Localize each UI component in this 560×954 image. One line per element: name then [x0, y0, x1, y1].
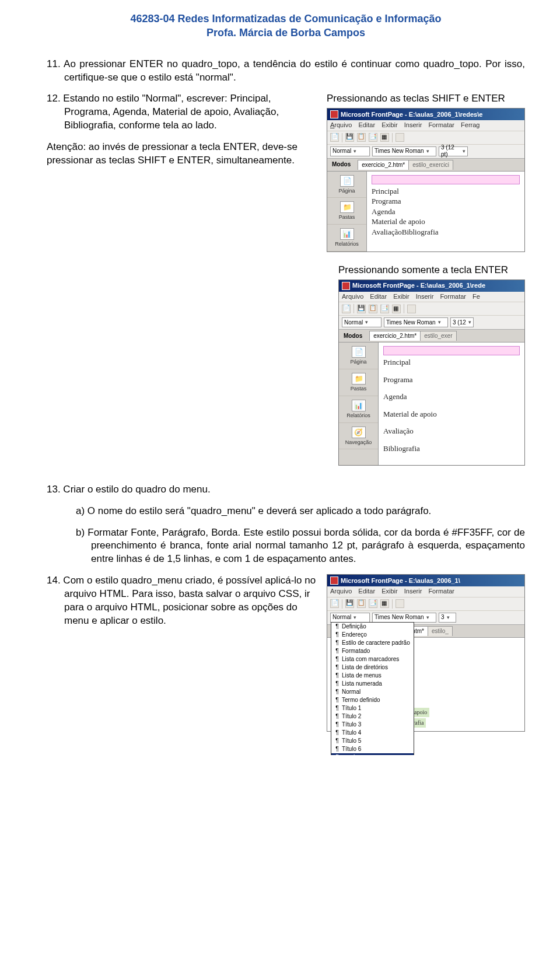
side-pagina[interactable]: Página [339, 343, 378, 369]
menu-formatar[interactable]: Formatar [440, 293, 466, 300]
modos-label: Modos [328, 160, 354, 169]
style-list-item[interactable]: ¶Título 5 [331, 737, 414, 745]
tab-inactive[interactable]: estilo_exer [420, 331, 456, 341]
menu-inserir[interactable]: Inserir [404, 588, 422, 595]
side-relatorios[interactable]: Relatórios [339, 396, 378, 423]
frontpage-icon [342, 282, 350, 290]
menu-ferrag[interactable]: Ferrag [461, 121, 480, 128]
menu-editar[interactable]: Editar [370, 293, 387, 300]
menu-arquivo[interactable]: AArquivorquivo [330, 121, 352, 128]
size-dropdown[interactable]: 3 (12 [450, 317, 474, 327]
font-dropdown[interactable]: Times New Roman [372, 146, 436, 156]
style-dropdown-expanded[interactable]: Normal ¶Definição¶Endereço¶Estilo de car… [330, 613, 370, 623]
sidebar-b: Página Pastas Relatórios Navegação [339, 343, 379, 465]
save-icon[interactable] [345, 599, 354, 608]
document-header: 46283-04 Redes Informatizadas de Comunic… [47, 12, 525, 40]
copy-icon[interactable] [369, 305, 377, 313]
style-list-item[interactable]: ¶Definição [331, 623, 414, 631]
content-a: Principal Programa Agenda Material de ap… [367, 172, 524, 251]
side-pagina[interactable]: Página [327, 172, 366, 198]
side-relatorios[interactable]: Relatórios [327, 225, 366, 251]
paragraph-13a: a) O nome do estilo será "quadro_menu" e… [76, 505, 525, 518]
menu-formatar[interactable]: Formatar [428, 121, 454, 128]
titlebar-c: Microsoft FrontPage - E:\aulas_2006_1\ [327, 575, 524, 586]
separator [404, 304, 404, 313]
style-list-item[interactable]: ¶Lista numerada [331, 680, 414, 688]
caption-enter: Pressionando somente a tecla ENTER [338, 264, 525, 277]
side-pastas[interactable]: Pastas [339, 369, 378, 396]
font-dropdown[interactable]: Times New Roman [384, 317, 448, 327]
save-icon[interactable] [357, 305, 366, 313]
style-list-item[interactable]: ¶Lista com marcadores [331, 655, 414, 663]
table-icon[interactable] [380, 133, 389, 142]
menu-editar[interactable]: Editar [358, 121, 375, 128]
paste-icon[interactable] [369, 599, 377, 608]
style-list-item[interactable]: ¶Formatado [331, 647, 414, 655]
menu-inserir[interactable]: Inserir [404, 121, 422, 128]
side-navegacao[interactable]: Navegação [339, 423, 378, 450]
menu-editar[interactable]: Editar [358, 588, 375, 595]
item-14-left: 14. Com o estilo quadro_menu criado, é p… [47, 574, 316, 636]
style-list-item[interactable]: ¶Título 1 [331, 704, 414, 712]
content-b: Principal Programa Agenda Material de ap… [379, 343, 524, 465]
new-doc-icon[interactable] [330, 599, 339, 608]
save-icon[interactable] [345, 133, 354, 142]
paste-icon[interactable] [380, 305, 389, 313]
style-dropdown-list[interactable]: ¶Definição¶Endereço¶Estilo de caractere … [331, 622, 414, 755]
style-list-item[interactable]: ¶Normal [331, 688, 414, 696]
paragraph-14: 14. Com o estilo quadro_menu criado, é p… [47, 574, 316, 628]
style-list-item[interactable]: ¶Título 3 [331, 721, 414, 729]
tab-strip-a: exercicio_2.htm* estilo_exercici [358, 160, 453, 170]
size-dropdown[interactable]: 3 [439, 613, 456, 623]
font-dropdown[interactable]: Times New Roman [372, 613, 436, 623]
tab-inactive[interactable]: estilo_exercici [408, 160, 453, 170]
copy-icon[interactable] [357, 133, 366, 142]
style-list-item[interactable]: ¶Título 2 [331, 712, 414, 721]
more-icon[interactable] [396, 133, 404, 142]
style-list-item[interactable]: ¶Termo definido [331, 696, 414, 704]
menubar-c: Arquivo Editar Exibir Inserir Formatar [327, 586, 524, 597]
table-icon[interactable] [380, 599, 389, 608]
style-list-item[interactable]: ¶quadro_menu [331, 753, 414, 755]
menu-inserir[interactable]: Inserir [416, 293, 434, 300]
style-dropdown[interactable]: Normal [342, 317, 382, 327]
fp-body-b: Página Pastas Relatórios Navegação Princ… [339, 343, 524, 465]
modos-label: Modos [340, 331, 366, 341]
style-dropdown[interactable]: Normal [330, 146, 370, 156]
menu-exibir[interactable]: Exibir [382, 121, 398, 128]
menu-arquivo[interactable]: Arquivo [330, 588, 352, 595]
menu-fe[interactable]: Fe [473, 293, 480, 300]
style-list-item[interactable]: ¶Título 4 [331, 729, 414, 737]
menu-arquivo[interactable]: Arquivo [342, 293, 363, 300]
side-pastas[interactable]: Pastas [327, 198, 366, 225]
content-line: Agenda [372, 207, 520, 216]
separator [392, 599, 393, 609]
menu-exibir[interactable]: Exibir [393, 293, 410, 300]
paste-icon[interactable] [369, 133, 377, 142]
style-list-item[interactable]: ¶Estilo de caractere padrão [331, 639, 414, 647]
style-list-item[interactable]: ¶Endereço [331, 631, 414, 639]
menu-formatar[interactable]: Formatar [428, 588, 454, 595]
size-dropdown[interactable]: 3 (12 pt) [439, 146, 468, 156]
tab-active[interactable]: exercicio_2.htm* [369, 331, 421, 341]
style-list-item[interactable]: ¶Lista de menus [331, 672, 414, 680]
titlebar-text-c: Microsoft FrontPage - E:\aulas_2006_1\ [341, 577, 460, 585]
new-doc-icon[interactable] [330, 133, 339, 142]
table-icon[interactable] [392, 305, 401, 313]
new-doc-icon[interactable] [342, 305, 351, 313]
style-list-item[interactable]: ¶Título 6 [331, 745, 414, 753]
content-line: Programa [372, 197, 520, 206]
menu-exibir[interactable]: Exibir [382, 588, 398, 595]
tab-inactive[interactable]: estilo_ [428, 626, 453, 636]
tab-active[interactable]: exercicio_2.htm* [358, 160, 409, 170]
copy-icon[interactable] [357, 599, 366, 608]
more-icon[interactable] [407, 305, 416, 313]
more-icon[interactable] [396, 599, 404, 608]
style-list-item[interactable]: ¶Lista de diretórios [331, 663, 414, 672]
header-line-1: 46283-04 Redes Informatizadas de Comunic… [47, 12, 525, 26]
content-line: Agenda [383, 392, 520, 401]
frontpage-window-a: Microsoft FrontPage - E:\aulas_2006_1\re… [327, 108, 525, 252]
tab-strip-b: exercicio_2.htm* estilo_exer [369, 331, 456, 341]
separator [342, 133, 342, 142]
format-bar-c: Normal ¶Definição¶Endereço¶Estilo de car… [327, 611, 524, 625]
